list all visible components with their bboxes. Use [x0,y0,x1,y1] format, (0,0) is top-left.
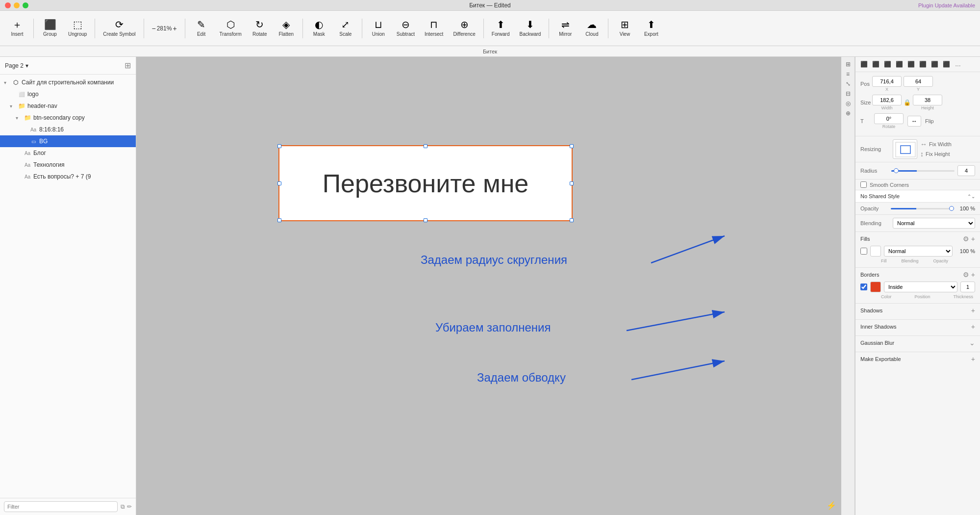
resize-handle-top-right[interactable] [570,144,574,148]
zoom-in-button[interactable]: + [173,25,176,32]
border-position-select[interactable]: Inside [884,282,957,292]
zoom-panel-icon[interactable]: ⊕ [846,110,851,117]
resizing-diagram[interactable] [893,139,917,159]
layer-item[interactable]: ▾ ⬡ Сайт для строительной компании [0,77,136,88]
more-align-button[interactable]: … [953,59,963,70]
border-thickness-input[interactable] [960,282,975,292]
transform-tool[interactable]: ⬡ Transform [216,18,246,39]
backward-tool[interactable]: ⬇ Backward [515,18,545,39]
align-right-button[interactable]: ⬛ [882,59,893,70]
fill-color-swatch[interactable] [870,246,881,257]
layer-item-bg[interactable]: ▭ BG [0,135,136,147]
radius-input[interactable] [957,165,975,176]
distribute-v-button[interactable]: ⬛ [941,59,952,70]
border-color-swatch[interactable] [870,282,881,292]
zoom-control: − 281% + [148,23,181,34]
sidebar-add-page-button[interactable]: ⊞ [125,61,131,70]
shared-style-row[interactable]: No Shared Style ⌃ ⌄ [855,190,980,203]
window-title: Битек — Edited [469,2,511,9]
resize-handle-top-center[interactable] [424,144,427,148]
resize-handle-bottom-left[interactable] [277,218,281,222]
layer-item[interactable]: ▾ 📁 btn-secondary copy [0,112,136,124]
blending-select[interactable]: Normal [893,218,975,229]
lock-ratio-icon[interactable]: 🔒 [904,99,911,106]
create-symbol-tool[interactable]: ⟳ Create Symbol [99,18,139,39]
divider-2 [95,19,95,38]
edit-tool[interactable]: ✎ Edit [189,18,214,39]
canvas-background[interactable]: Перезвоните мне Задаем радиус скругления… [136,57,841,515]
borders-add-button[interactable]: + [971,271,975,279]
union-tool[interactable]: ⊔ Union [366,18,391,39]
flatten-tool[interactable]: ◈ Flatten [274,18,299,39]
border-enabled-checkbox[interactable] [860,283,867,290]
position-x-input[interactable] [872,76,902,87]
forward-tool[interactable]: ⬆ Forward [488,18,514,39]
opacity-slider[interactable] [891,208,954,209]
align-middle-v-button[interactable]: ⬛ [905,59,916,70]
flip-horizontal-button[interactable]: ↔ [907,116,921,127]
width-input[interactable] [872,95,902,105]
fills-add-button[interactable]: + [971,235,975,243]
close-button[interactable] [5,2,11,8]
align-bottom-button[interactable]: ⬛ [917,59,928,70]
layer-item[interactable]: ▾ 📁 header-nav [0,100,136,112]
fill-enabled-checkbox[interactable] [860,248,867,255]
insert-tool[interactable]: ＋ Insert [5,18,29,39]
group-tool[interactable]: ⬛ Group [38,18,62,39]
resize-handle-top-left[interactable] [277,144,281,148]
page-selector[interactable]: Page 2 ▾ [5,62,28,69]
height-input[interactable] [913,95,942,105]
plugin-update-notice[interactable]: Plugin Update Available [918,2,975,8]
gaussian-blur-section: Gaussian Blur ⌄ [855,336,980,352]
resize-icon[interactable]: ⤡ [846,80,851,87]
mask-tool[interactable]: ◐ Mask [307,18,331,39]
resize-handle-middle-left[interactable] [277,181,281,185]
transform-label: T [860,118,870,124]
view-tool[interactable]: ⊞ View [612,18,637,39]
intersect-tool[interactable]: ⊓ Intersect [421,18,447,39]
lightning-icon[interactable]: ⚡ [827,501,836,510]
subtract-tool[interactable]: ⊖ Subtract [393,18,419,39]
layer-item[interactable]: Aa Блог [0,147,136,159]
layer-item[interactable]: ⬜ logo [0,88,136,100]
export-tool[interactable]: ⬆ Export [639,18,663,39]
resize-handle-middle-right[interactable] [570,181,574,185]
button-bg-shape[interactable]: Перезвоните мне [278,145,573,221]
layer-item[interactable]: Aa Есть вопросы? + 7 (9 [0,171,136,182]
scale-tool[interactable]: ⤢ Scale [333,18,358,39]
difference-tool[interactable]: ⊕ Difference [449,18,479,39]
prototype-icon[interactable]: ◎ [846,100,851,107]
align-top-button[interactable]: ⬛ [894,59,905,70]
zoom-out-button[interactable]: − [152,25,156,32]
cloud-tool[interactable]: ☁ Cloud [579,18,604,39]
resize-handle-bottom-right[interactable] [570,218,574,222]
borders-settings-button[interactable]: ⚙ [963,271,969,279]
pages-icon[interactable]: ⧉ [121,503,125,510]
fill-blending-select[interactable]: Normal [884,246,953,257]
layer-item[interactable]: Aa Технология [0,159,136,171]
radius-slider[interactable] [891,170,955,172]
fills-settings-button[interactable]: ⚙ [963,235,969,243]
rotate-input[interactable] [874,113,904,124]
inner-shadows-add-button[interactable]: + [971,323,975,331]
distribute-h-button[interactable]: ⬛ [929,59,940,70]
minimize-button[interactable] [14,2,20,8]
layer-item[interactable]: Aa 8:16:8:16 [0,124,136,135]
gaussian-blur-chevron[interactable]: ⌄ [969,339,975,347]
inspector-icon[interactable]: ≡ [846,71,850,77]
align-icon[interactable]: ⊞ [846,61,851,68]
maximize-button[interactable] [23,2,28,8]
grid-icon[interactable]: ⊟ [846,90,851,97]
smooth-corners-checkbox[interactable] [860,181,867,188]
mirror-tool[interactable]: ⇌ Mirror [553,18,578,39]
align-center-h-button[interactable]: ⬛ [870,59,881,70]
ungroup-tool[interactable]: ⬚ Ungroup [64,18,91,39]
rotate-tool[interactable]: ↻ Rotate [248,18,272,39]
shadows-add-button[interactable]: + [971,307,975,314]
edit-layers-icon[interactable]: ✏ [127,503,132,510]
position-y-input[interactable] [904,76,933,87]
resize-handle-bottom-center[interactable] [424,218,427,222]
filter-input[interactable] [4,501,118,512]
align-left-button[interactable]: ⬛ [858,59,869,70]
exportable-add-button[interactable]: + [971,355,975,363]
